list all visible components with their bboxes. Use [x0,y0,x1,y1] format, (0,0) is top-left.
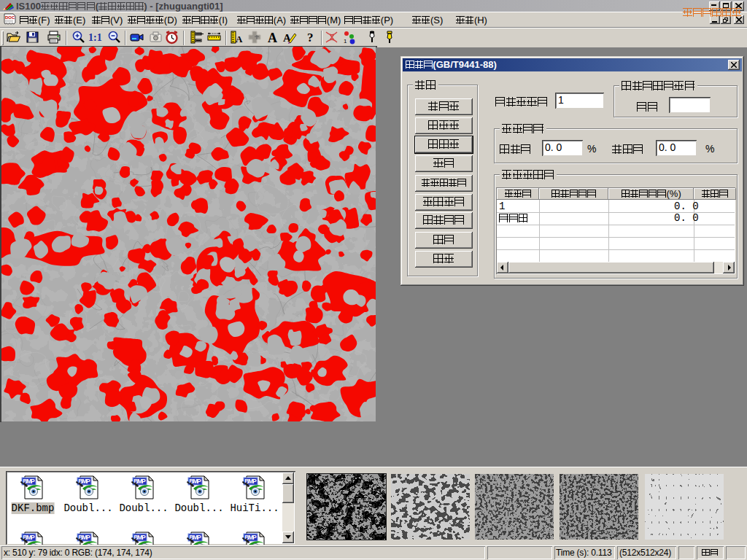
svg-text:1:1: 1:1 [88,32,102,43]
svg-text:?: ? [307,31,314,44]
svg-text:1: 1 [344,38,347,44]
svg-text:A: A [236,34,243,44]
svg-text:A: A [268,31,277,44]
svg-text:DOC: DOC [5,15,15,20]
